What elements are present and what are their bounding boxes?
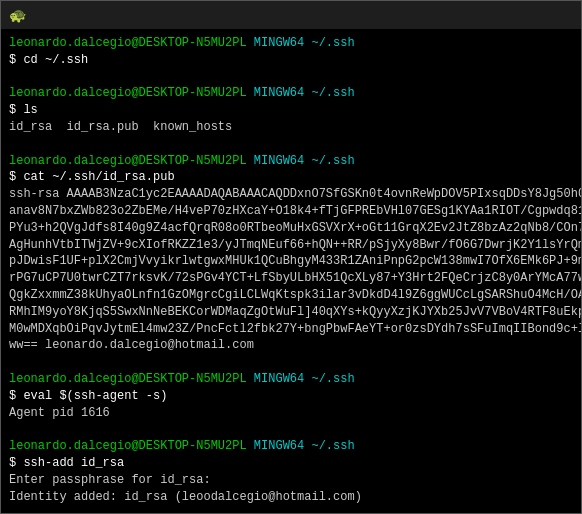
- terminal-line: ssh-rsa AAAAB3NzaC1yc2EAAAADAQABAAACAQDD…: [9, 186, 573, 203]
- terminal-line: QgkZxxmmZ38kUhyaOLnfn1GzOMgrcCgiLCLWqKts…: [9, 287, 573, 304]
- terminal-line: $ ls: [9, 102, 573, 119]
- terminal-line: [9, 354, 573, 371]
- terminal-line: [9, 505, 573, 513]
- terminal-line: leonardo.dalcegio@DESKTOP-N5MU2PL MINGW6…: [9, 35, 573, 52]
- terminal-line: AgHunhVtbITWjZV+9cXIofRKZZ1e3/yJTmqNEuf6…: [9, 237, 573, 254]
- app-icon: 🐢: [9, 7, 25, 23]
- terminal-line: RMhIM9yoY8KjqS5SwxNnNeBEKCorWDMaqZgOtWuF…: [9, 304, 573, 321]
- terminal-line: Identity added: id_rsa (leoodalcegio@hot…: [9, 489, 573, 506]
- terminal-line: ww== leonardo.dalcegio@hotmail.com: [9, 337, 573, 354]
- terminal-line: $ ssh-add id_rsa: [9, 455, 573, 472]
- titlebar: 🐢: [1, 1, 581, 29]
- window-controls: [517, 7, 573, 23]
- maximize-button[interactable]: [537, 7, 553, 23]
- terminal-line: leonardo.dalcegio@DESKTOP-N5MU2PL MINGW6…: [9, 85, 573, 102]
- terminal-line: anav8N7bxZWb823o2ZbEMe/H4veP70zHXcaY+O18…: [9, 203, 573, 220]
- terminal-line: Agent pid 1616: [9, 405, 573, 422]
- terminal-window: 🐢 leonardo.dalcegio@DESKTOP-N5MU2PL MING…: [0, 0, 582, 514]
- terminal-line: [9, 69, 573, 86]
- terminal-line: Enter passphrase for id_rsa:: [9, 472, 573, 489]
- terminal-line: pJDwisF1UF+plX2CmjVvyikrlwtgwxMHUk1QCuBh…: [9, 253, 573, 270]
- terminal-line: id_rsa id_rsa.pub known_hosts: [9, 119, 573, 136]
- terminal-line: $ cat ~/.ssh/id_rsa.pub: [9, 169, 573, 186]
- minimize-button[interactable]: [517, 7, 533, 23]
- terminal-body[interactable]: leonardo.dalcegio@DESKTOP-N5MU2PL MINGW6…: [1, 29, 581, 513]
- terminal-line: rPG7uCP7U0twrCZT7rksvK/72sPGv4YCT+LfSbyU…: [9, 270, 573, 287]
- terminal-line: M0wMDXqbOiPqvJytmEl4mw23Z/PncFctl2fbk27Y…: [9, 321, 573, 338]
- terminal-line: [9, 421, 573, 438]
- terminal-line: leonardo.dalcegio@DESKTOP-N5MU2PL MINGW6…: [9, 438, 573, 455]
- terminal-line: $ eval $(ssh-agent -s): [9, 388, 573, 405]
- close-button[interactable]: [557, 7, 573, 23]
- terminal-line: $ cd ~/.ssh: [9, 52, 573, 69]
- terminal-line: PYu3+h2QVgJdfs8I40g9Z4acfQrqR08o0RTbeoMu…: [9, 220, 573, 237]
- terminal-line: leonardo.dalcegio@DESKTOP-N5MU2PL MINGW6…: [9, 153, 573, 170]
- terminal-line: leonardo.dalcegio@DESKTOP-N5MU2PL MINGW6…: [9, 371, 573, 388]
- terminal-line: [9, 136, 573, 153]
